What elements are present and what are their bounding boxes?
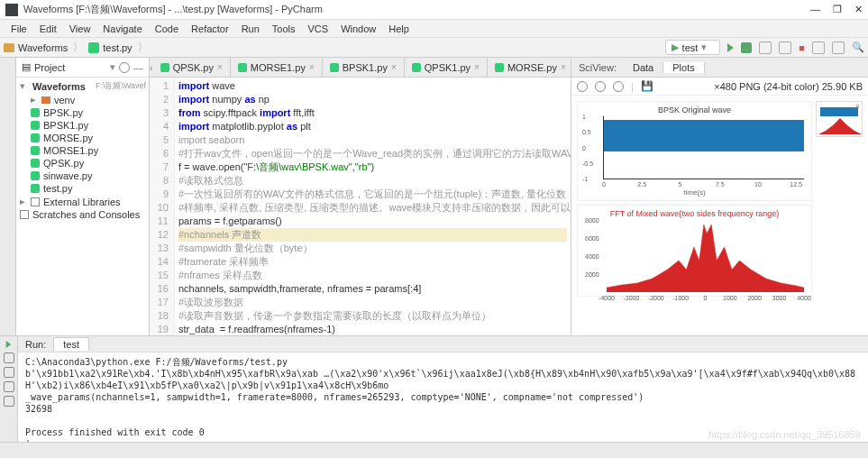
menu-edit[interactable]: Edit xyxy=(34,22,62,36)
menu-file[interactable]: File xyxy=(5,22,32,36)
project-tab-label[interactable]: Project xyxy=(34,62,65,73)
breadcrumb-file[interactable]: test.py xyxy=(103,42,132,53)
close-icon[interactable]: × xyxy=(309,62,315,72)
breadcrumb-sep: 〉 xyxy=(138,41,148,54)
close-icon[interactable]: × xyxy=(561,62,566,72)
max-button[interactable]: ❐ xyxy=(833,4,842,15)
menu-bar: File Edit View Navigate Code Refactor Ru… xyxy=(0,20,868,38)
chart-title: FFT of Mixed wave(two sides frequency ra… xyxy=(581,209,808,218)
project-tree: ▾Waveforms F:\音频\Wavef ▸venv BPSK.py BPS… xyxy=(16,78,149,223)
rerun-button[interactable] xyxy=(6,341,12,348)
zoom-out-icon[interactable] xyxy=(577,81,588,92)
tree-file[interactable]: test.py xyxy=(18,182,147,195)
run-config-name: test xyxy=(682,42,699,53)
sciview-tab-plots[interactable]: Plots xyxy=(663,62,704,73)
watermark: https://blog.csdn.net/qq_39516859 xyxy=(708,429,861,440)
tab[interactable]: BPSK1.py× xyxy=(323,58,405,77)
menu-vcs[interactable]: VCS xyxy=(303,22,334,36)
python-file-icon xyxy=(88,42,99,53)
collapse-icon[interactable]: — xyxy=(133,62,143,73)
breadcrumb-root[interactable]: Waveforms xyxy=(18,42,68,53)
tree-external[interactable]: ▸External Libraries xyxy=(18,195,147,208)
run-tool-icon[interactable] xyxy=(4,381,14,392)
tree-scratch[interactable]: Scratches and Consoles xyxy=(18,208,147,221)
breadcrumb-sep: 〉 xyxy=(73,41,83,54)
tree-file[interactable]: MORSE.py xyxy=(18,132,147,144)
run-config-selector[interactable]: ▶ test ▾ xyxy=(665,40,721,55)
menu-navigate[interactable]: Navigate xyxy=(97,22,147,36)
plot-info: ×480 PNG (24-bit color) 25.90 KB xyxy=(661,81,863,92)
menu-run[interactable]: Run xyxy=(236,22,265,36)
tree-file[interactable]: BPSK1.py xyxy=(18,119,147,132)
run-button[interactable] xyxy=(727,43,734,52)
x-axis-label: time(s) xyxy=(581,188,808,197)
menu-help[interactable]: Help xyxy=(383,22,415,36)
chart-bpsk-wave: BPSK Original wave 1 0.5 0 -0.5 -1 0 2.5… xyxy=(577,101,812,201)
tree-venv[interactable]: ▸venv xyxy=(18,93,147,106)
tab[interactable]: QPSK.py× xyxy=(153,58,231,77)
close-button[interactable]: ✕ xyxy=(854,4,863,15)
pycharm-icon xyxy=(5,4,18,16)
gear-icon[interactable] xyxy=(119,62,130,73)
save-icon[interactable]: 💾 xyxy=(641,80,653,92)
scratch-icon xyxy=(20,210,29,219)
menu-tools[interactable]: Tools xyxy=(267,22,301,36)
menu-code[interactable]: Code xyxy=(150,22,184,36)
folder-icon xyxy=(4,43,14,52)
close-icon[interactable]: × xyxy=(391,62,397,72)
run-tab[interactable]: test xyxy=(53,337,89,351)
run-tool-icon[interactable] xyxy=(4,396,14,407)
status-bar xyxy=(0,442,868,458)
project-tab-icon: ▤ xyxy=(22,61,31,73)
tree-file[interactable]: BPSK.py xyxy=(18,106,147,119)
left-gutter[interactable] xyxy=(0,58,16,335)
zoom-in-icon[interactable] xyxy=(595,81,606,92)
run-tool-icon[interactable] xyxy=(4,367,14,378)
tree-file[interactable]: sinwave.py xyxy=(18,169,147,182)
toolbar-icon[interactable] xyxy=(812,41,825,54)
debug-button[interactable] xyxy=(741,42,752,53)
tab[interactable]: MORSE1.py× xyxy=(231,58,323,77)
zoom-fit-icon[interactable] xyxy=(613,81,624,92)
close-icon[interactable]: × xyxy=(855,102,860,111)
search-icon[interactable]: 🔍 xyxy=(852,41,864,53)
run-label: Run: xyxy=(25,339,46,350)
plot-thumbnail[interactable]: × xyxy=(816,101,863,137)
tree-file[interactable]: MORSE1.py xyxy=(18,144,147,157)
sciview-label: SciView: xyxy=(571,62,624,73)
window-title: Waveforms [F:\音频\Waveforms] - ...\test.p… xyxy=(23,3,810,16)
tree-root[interactable]: ▾Waveforms F:\音频\Wavef xyxy=(18,79,147,93)
sciview-tab-data[interactable]: Data xyxy=(624,62,663,73)
chart-title: BPSK Original wave xyxy=(581,105,808,114)
profile-button[interactable] xyxy=(779,41,791,54)
tab[interactable]: MORSE.py× xyxy=(488,58,571,77)
code-editor[interactable]: 12345678910111213141516171819202122 impo… xyxy=(150,78,571,335)
min-button[interactable]: — xyxy=(810,4,820,15)
close-icon[interactable]: × xyxy=(474,62,480,72)
toolbar-icon[interactable] xyxy=(832,41,845,54)
chart-fft: FFT of Mixed wave(two sides frequency ra… xyxy=(577,205,812,297)
coverage-button[interactable] xyxy=(759,41,772,54)
menu-view[interactable]: View xyxy=(64,22,96,36)
editor-tabs: ‹ QPSK.py× MORSE1.py× BPSK1.py× QPSK1.py… xyxy=(150,58,571,78)
menu-window[interactable]: Window xyxy=(335,22,381,36)
close-icon[interactable]: × xyxy=(217,62,223,72)
tree-file[interactable]: QPSK.py xyxy=(18,157,147,169)
menu-refactor[interactable]: Refactor xyxy=(186,22,234,36)
breadcrumb: Waveforms 〉 test.py 〉 xyxy=(4,41,150,54)
tab[interactable]: QPSK1.py× xyxy=(405,58,488,77)
stop-button[interactable]: ■ xyxy=(799,42,805,53)
stop-button[interactable] xyxy=(4,353,14,363)
